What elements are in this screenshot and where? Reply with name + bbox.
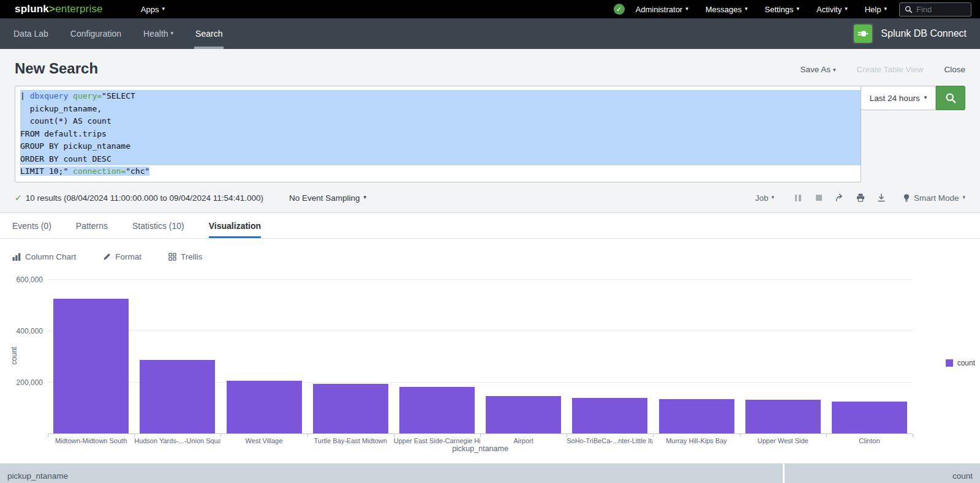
selected-text: | dbxquery query="SELECT xyxy=(20,90,861,103)
administrator-menu-label: Administrator xyxy=(636,5,683,14)
appnav-item-configuration[interactable]: Configuration xyxy=(59,18,132,49)
apps-menu[interactable]: Apps▾ xyxy=(132,0,173,18)
chart-plot-area xyxy=(48,269,913,434)
appnav-item-label: Configuration xyxy=(70,29,121,39)
bar-upper-west-side[interactable] xyxy=(745,400,821,433)
find-input[interactable] xyxy=(916,5,965,14)
query-token-plain xyxy=(68,91,73,100)
query-line: pickup_ntaname, xyxy=(20,103,861,116)
messages-menu-label: Messages xyxy=(706,5,742,14)
results-count-text: 10 results (08/04/2024 11:00:00.000 to 0… xyxy=(26,193,263,203)
bar-midtown-midtown-south[interactable] xyxy=(53,299,129,433)
administrator-menu[interactable]: Administrator▾ xyxy=(627,0,697,18)
share-icon xyxy=(835,193,845,203)
settings-menu-label: Settings xyxy=(765,5,794,14)
search-query-input[interactable]: | dbxquery query="SELECT pickup_ntaname,… xyxy=(15,86,861,182)
search-submit-button[interactable] xyxy=(936,86,965,110)
query-token-attr: query xyxy=(73,91,97,100)
x-category-label: Upper East Side-Carnegie Hill xyxy=(394,437,480,444)
trellis-menu[interactable]: Trellis xyxy=(168,252,203,261)
statistics-table-header: pickup_ntanamecount xyxy=(0,463,980,483)
bar-clinton[interactable] xyxy=(832,402,907,433)
query-token-plain: FROM default.trips xyxy=(20,129,107,138)
x-category-label: Upper West Side xyxy=(740,437,826,444)
stop-job-button[interactable] xyxy=(809,191,829,204)
splunk-logo[interactable]: splunk>enterprise xyxy=(15,3,103,15)
query-token-plain: pickup_ntaname, xyxy=(20,104,102,113)
close-label: Close xyxy=(944,65,965,74)
settings-menu[interactable]: Settings▾ xyxy=(756,0,809,18)
trellis-grid-icon xyxy=(168,253,176,261)
activity-menu[interactable]: Activity▾ xyxy=(808,0,856,18)
job-menu[interactable]: Job▾ xyxy=(755,193,774,203)
chart-type-picker[interactable]: Column Chart xyxy=(12,252,76,261)
print-job-button[interactable] xyxy=(850,191,871,204)
close-button[interactable]: Close xyxy=(944,65,965,74)
bar-soho-tribeca-nter-little-italy[interactable] xyxy=(572,398,647,433)
bar-west-village[interactable] xyxy=(227,381,302,433)
appnav-item-health[interactable]: Health▾ xyxy=(132,18,184,49)
appnav-item-search[interactable]: Search xyxy=(184,18,233,49)
chevron-down-icon: ▾ xyxy=(796,6,799,12)
activity-menu-label: Activity xyxy=(816,5,842,14)
download-icon xyxy=(876,193,886,203)
x-category-label: Airport xyxy=(480,437,567,444)
table-column-header-count[interactable]: count xyxy=(785,463,980,483)
export-job-button[interactable] xyxy=(871,191,892,204)
query-line: LIMIT 10;" connection="chc" xyxy=(20,165,861,178)
print-icon xyxy=(856,193,865,203)
job-menu-label: Job xyxy=(755,193,769,203)
column-chart: count pickup_ntaname count 200,000400,00… xyxy=(0,266,980,462)
db-connect-icon-tile xyxy=(853,23,873,44)
query-token-plain: ORDER BY count DESC xyxy=(20,154,111,163)
page-title: New Search xyxy=(15,60,98,77)
bar-murray-hill-kips-bay[interactable] xyxy=(659,399,734,433)
search-icon xyxy=(905,6,913,13)
appnav-item-data-lab[interactable]: Data Lab xyxy=(2,18,59,49)
search-bar-section: | dbxquery query="SELECT pickup_ntaname,… xyxy=(0,77,980,182)
selected-text: GROUP BY pickup_ntaname xyxy=(20,140,861,153)
x-category-label: West Village xyxy=(221,437,307,444)
chevron-down-icon: ▾ xyxy=(962,194,965,200)
legend-label: count xyxy=(957,359,975,367)
bar-airport[interactable] xyxy=(486,396,561,433)
chevron-down-icon: ▾ xyxy=(833,67,836,73)
time-range-picker[interactable]: Last 24 hours▾ xyxy=(861,86,936,110)
pause-icon xyxy=(795,195,801,201)
pause-job-button[interactable] xyxy=(788,191,809,204)
tab-patterns[interactable]: Patterns xyxy=(76,213,108,238)
help-menu-label: Help xyxy=(865,5,881,14)
chart-type-label: Column Chart xyxy=(25,252,76,261)
create-table-view-button: Create Table View xyxy=(856,65,923,74)
tab-events-0[interactable]: Events (0) xyxy=(12,213,51,238)
app-title[interactable]: Splunk DB Connect xyxy=(881,28,967,39)
chevron-down-icon: ▾ xyxy=(884,6,887,12)
query-line: ORDER BY count DESC xyxy=(20,153,861,166)
find-search-box[interactable] xyxy=(899,2,971,17)
messages-menu[interactable]: Messages▾ xyxy=(697,0,756,18)
lightbulb-icon xyxy=(903,193,910,203)
logo-splunk-text: splunk xyxy=(15,3,49,15)
event-sampling-menu[interactable]: No Event Sampling▾ xyxy=(289,193,366,203)
share-job-button[interactable] xyxy=(829,191,850,204)
table-column-header-pickup_ntaname[interactable]: pickup_ntaname xyxy=(0,463,783,483)
bar-hudson-yards-union-square[interactable] xyxy=(140,360,215,433)
chevron-down-icon: ▾ xyxy=(364,194,367,200)
tab-statistics-10[interactable]: Statistics (10) xyxy=(132,213,184,238)
smart-mode-label: Smart Mode xyxy=(914,193,959,203)
query-line: GROUP BY pickup_ntaname xyxy=(20,140,861,153)
x-category-label: Murray Hill-Kips Bay xyxy=(653,437,739,444)
help-menu[interactable]: Help▾ xyxy=(856,0,895,18)
format-menu[interactable]: Format xyxy=(103,252,141,261)
bar-upper-east-side-carnegie-hill[interactable] xyxy=(399,387,475,433)
tab-visualization[interactable]: Visualization xyxy=(209,213,261,238)
selected-text: ORDER BY count DESC xyxy=(20,153,861,166)
save-as-button[interactable]: Save As ▾ xyxy=(801,65,836,74)
chart-legend[interactable]: count xyxy=(946,359,975,367)
query-token-plain: | xyxy=(20,91,30,100)
search-mode-selector[interactable]: Smart Mode▾ xyxy=(903,193,965,203)
y-tick-label: 600,000 xyxy=(15,275,43,284)
bar-turtle-bay-east-midtown[interactable] xyxy=(313,384,388,433)
x-tick-mark xyxy=(740,434,741,437)
health-status-icon[interactable]: ✓ xyxy=(614,4,625,15)
